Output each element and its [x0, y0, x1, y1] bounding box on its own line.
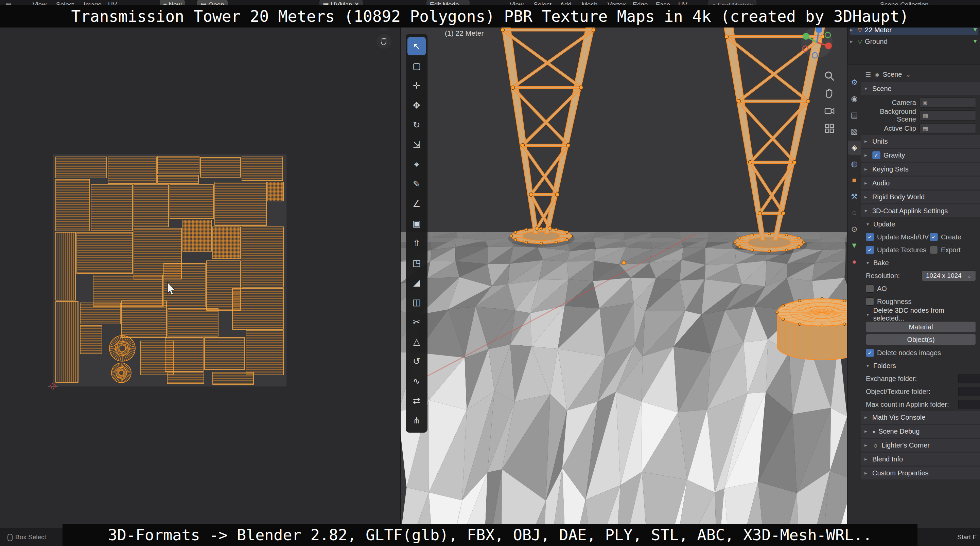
update-textures-checkbox[interactable]: ✓ Update Textures — [866, 246, 930, 254]
subsection-folders[interactable]: ▾ Folders — [864, 360, 978, 371]
background-scene-label: Background Scene — [866, 108, 916, 123]
collapse-icon[interactable]: ▸ — [850, 27, 855, 33]
camera-view-icon[interactable] — [823, 105, 835, 117]
section-custom-properties[interactable]: ▸ Custom Properties — [861, 467, 980, 479]
move-tool[interactable]: ✥ — [407, 96, 426, 114]
mesh-object-icon: ▽ — [858, 38, 862, 45]
add-cube-tool[interactable]: ▣ — [407, 214, 426, 233]
gravity-checkbox[interactable]: ✓ — [872, 151, 880, 159]
collapse-icon: ▸ — [864, 194, 869, 200]
objects-button[interactable]: Object(s) — [866, 334, 976, 345]
subsection-delete-3dc[interactable]: ▾ Delete 3DC nodes from selected... — [864, 309, 978, 320]
annotate-tool[interactable]: ✎ — [407, 175, 426, 193]
tab-render[interactable]: ◉ — [848, 92, 861, 106]
roughness-row: Roughness — [861, 295, 980, 308]
background-scene-field[interactable]: ▦ — [920, 110, 976, 121]
section-rigid-body-world[interactable]: ▸ Rigid Body World — [861, 190, 980, 203]
spin-tool[interactable]: ↺ — [407, 352, 426, 370]
status-box-select: Box Select — [8, 528, 46, 546]
uv-editor-canvas[interactable] — [0, 10, 400, 528]
export-checkbox[interactable]: Export — [930, 246, 976, 254]
knife-tool[interactable]: ✂ — [407, 313, 426, 331]
scene-debug-icon: ● — [872, 429, 875, 434]
tab-scene[interactable]: ◈ — [848, 141, 861, 155]
measure-tool[interactable]: ∠ — [407, 195, 426, 213]
breadcrumb-scene[interactable]: Scene — [883, 71, 902, 78]
tab-tool[interactable]: ⚙ — [848, 75, 861, 90]
tab-world[interactable]: ◍ — [848, 157, 861, 171]
axis-x-ball[interactable] — [825, 43, 832, 49]
tab-material[interactable]: ● — [848, 255, 861, 269]
tab-output[interactable]: ▤ — [848, 108, 861, 122]
edge-slide-tool[interactable]: ⇄ — [407, 392, 426, 410]
section-scene-debug[interactable]: ▸ ● Scene Debug — [861, 425, 980, 438]
object-texture-folder-field[interactable] — [958, 387, 980, 396]
properties-editor-icon[interactable]: ☰ — [865, 71, 871, 78]
right-panel: ▸ ▽ 22 Meter ▼ ▸ ▽ Ground ▼ ⚙ ◉ ▤ ▧ ◈ ◍ … — [847, 0, 980, 528]
roughness-checkbox[interactable]: Roughness — [866, 297, 912, 306]
axis-y-ball[interactable] — [803, 33, 810, 40]
tab-object-data[interactable]: ▼ — [848, 238, 861, 252]
tweak-select-tool[interactable]: ↖ — [407, 37, 426, 56]
ao-checkbox[interactable]: AO — [866, 284, 887, 293]
background-scene-row: Background Scene ▦ — [861, 109, 980, 122]
delete-nodes-images-checkbox[interactable]: ✓ Delete nodes images — [866, 349, 941, 357]
sun-icon: ☼ — [872, 441, 878, 449]
zoom-icon[interactable] — [823, 70, 835, 82]
cursor-3d-tool[interactable]: ✛ — [407, 76, 426, 95]
select-box-tool[interactable]: ▢ — [407, 57, 426, 75]
section-keying-sets[interactable]: ▸ Keying Sets — [861, 163, 980, 176]
section-scene[interactable]: ▾ Scene — [861, 82, 980, 95]
exchange-folder-row: Exchange folder: — [861, 372, 980, 385]
transform-tool[interactable]: ⌖ — [407, 155, 426, 173]
active-clip-field[interactable]: ▦ — [920, 123, 976, 133]
collapse-icon: ▸ — [864, 138, 869, 144]
section-math-vis-console[interactable]: ▸ Math Vis Console — [861, 411, 980, 424]
bevel-tool[interactable]: ◢ — [407, 273, 426, 292]
tab-constraints[interactable]: ⊙ — [848, 222, 861, 236]
tab-physics[interactable]: ◌ — [848, 206, 861, 220]
resolution-dropdown[interactable]: 1024 x 1024 ⌄ — [921, 270, 976, 281]
section-lighters-corner[interactable]: ▸ ☼ Lighter's Corner — [861, 439, 980, 452]
max-count-field[interactable] — [958, 400, 980, 409]
tab-view-layer[interactable]: ▧ — [848, 124, 861, 138]
viewport-3d-canvas[interactable]: ↖ ▢ ✛ ✥ ↻ ⇲ ⌖ ✎ ∠ ▣ ⇧ ◳ ◢ ◫ ✂ △ ↺ ∿ ⇄ ⋔ … — [400, 10, 847, 528]
bottom-caption-banner: 3D-Formats -> Blender 2.82, GLTF(glb), F… — [62, 524, 918, 546]
object-texture-folder-label: Object/Texture folder: — [866, 388, 931, 395]
tab-object[interactable]: ■ — [848, 173, 861, 187]
navigation-gizmo[interactable] — [799, 25, 833, 59]
tab-modifiers[interactable]: ⚒ — [848, 189, 861, 204]
rotate-tool[interactable]: ↻ — [407, 116, 426, 134]
section-blend-info[interactable]: ▸ Blend Info — [861, 452, 980, 465]
extrude-region-tool[interactable]: ⇧ — [407, 234, 426, 252]
collapse-icon: ▸ — [864, 470, 869, 476]
resolution-row: Resolution: 1024 x 1024 ⌄ — [861, 269, 980, 282]
ortho-grid-icon[interactable] — [823, 122, 835, 135]
expand-icon: ▾ — [867, 363, 870, 368]
update-textures-row: ✓ Update Textures Export — [861, 243, 980, 256]
subsection-bake[interactable]: ▾ Bake — [864, 257, 978, 268]
section-units[interactable]: ▸ Units — [861, 135, 980, 148]
camera-field[interactable]: ◉ — [920, 97, 976, 108]
outliner-item-ground[interactable]: ▸ ▽ Ground ▼ — [850, 36, 978, 47]
properties-editor: ⚙ ◉ ▤ ▧ ◈ ◍ ■ ⚒ ◌ ⊙ ▼ ● ☰ ◈ Scene ⌄ ▾ Sc… — [848, 65, 980, 528]
loop-cut-tool[interactable]: ◫ — [407, 293, 426, 311]
pan-hand-icon[interactable] — [823, 87, 835, 100]
section-audio[interactable]: ▸ Audio — [861, 176, 980, 189]
update-mesh-uv-checkbox[interactable]: ✓ Update Mesh/UV — [866, 233, 930, 241]
poly-build-tool[interactable]: △ — [407, 332, 426, 351]
scale-tool[interactable]: ⇲ — [407, 135, 426, 154]
subsection-update[interactable]: ▾ Update — [864, 218, 978, 230]
active-clip-field-icon: ▦ — [923, 125, 928, 132]
create-checkbox[interactable]: ✓ Create — [930, 233, 976, 241]
inset-faces-tool[interactable]: ◳ — [407, 254, 426, 272]
section-3dcoat-applink[interactable]: ▾ 3D-Coat Applink Settings — [861, 205, 980, 217]
collapse-icon[interactable]: ▸ — [850, 38, 855, 44]
rip-region-tool[interactable]: ⋔ — [407, 411, 426, 430]
uv-pan-hand-icon[interactable] — [377, 34, 391, 49]
section-gravity[interactable]: ▸ ✓ Gravity — [861, 149, 980, 162]
exchange-folder-field[interactable] — [958, 374, 980, 383]
exchange-folder-label: Exchange folder: — [866, 375, 917, 383]
smooth-tool[interactable]: ∿ — [407, 372, 426, 390]
material-button[interactable]: Material — [866, 321, 976, 333]
